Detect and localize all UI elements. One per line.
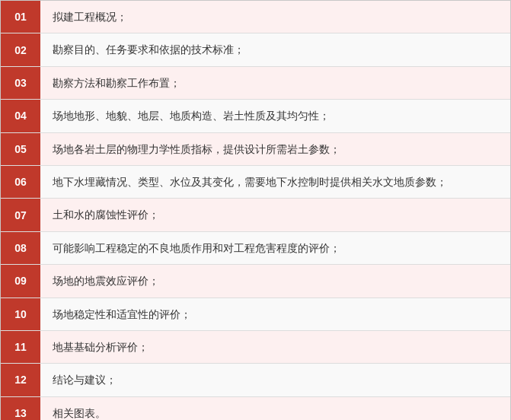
table-row: 04场地地形、地貌、地层、地质构造、岩土性质及其均匀性；: [1, 100, 510, 132]
table-row: 09场地的地震效应评价；: [1, 265, 510, 298]
row-number: 03: [1, 67, 40, 99]
row-number: 11: [1, 331, 40, 363]
row-number: 05: [1, 133, 40, 165]
row-content: 相关图表。: [40, 397, 510, 420]
table-row: 11地基基础分析评价；: [1, 331, 510, 364]
table-row: 05场地各岩土层的物理力学性质指标，提供设计所需岩土参数；: [1, 133, 510, 166]
row-number: 01: [1, 1, 40, 33]
row-number: 07: [1, 199, 40, 231]
row-content: 场地的地震效应评价；: [40, 265, 510, 297]
row-number: 09: [1, 265, 40, 297]
table-row: 01拟建工程概况；: [1, 1, 510, 33]
table-row: 07土和水的腐蚀性评价；: [1, 199, 510, 231]
row-content: 拟建工程概况；: [40, 1, 510, 33]
row-number: 04: [1, 100, 40, 132]
row-number: 08: [1, 232, 40, 264]
row-content: 勘察目的、任务要求和依据的技术标准；: [40, 33, 510, 65]
table-row: 02勘察目的、任务要求和依据的技术标准；: [1, 33, 510, 66]
table-row: 12结论与建议；: [1, 364, 510, 396]
row-content: 结论与建议；: [40, 364, 510, 396]
row-number: 13: [1, 397, 40, 420]
row-content: 场地各岩土层的物理力学性质指标，提供设计所需岩土参数；: [40, 133, 510, 165]
row-content: 可能影响工程稳定的不良地质作用和对工程危害程度的评价；: [40, 232, 510, 264]
table-row: 06地下水埋藏情况、类型、水位及其变化，需要地下水控制时提供相关水文地质参数；: [1, 166, 510, 199]
table-row: 13相关图表。: [1, 397, 510, 420]
row-content: 地下水埋藏情况、类型、水位及其变化，需要地下水控制时提供相关水文地质参数；: [40, 166, 510, 198]
row-number: 06: [1, 166, 40, 198]
table-row: 08可能影响工程稳定的不良地质作用和对工程危害程度的评价；: [1, 232, 510, 265]
row-content: 场地地形、地貌、地层、地质构造、岩土性质及其均匀性；: [40, 100, 510, 132]
table-row: 03勘察方法和勘察工作布置；: [1, 67, 510, 100]
row-number: 10: [1, 298, 40, 330]
table-row: 10场地稳定性和适宜性的评价；: [1, 298, 510, 331]
row-content: 地基基础分析评价；: [40, 331, 510, 363]
row-number: 12: [1, 364, 40, 396]
main-table: 01拟建工程概况；02勘察目的、任务要求和依据的技术标准；03勘察方法和勘察工作…: [0, 0, 511, 420]
row-content: 勘察方法和勘察工作布置；: [40, 67, 510, 99]
row-content: 土和水的腐蚀性评价；: [40, 199, 510, 231]
row-content: 场地稳定性和适宜性的评价；: [40, 298, 510, 330]
row-number: 02: [1, 33, 40, 65]
